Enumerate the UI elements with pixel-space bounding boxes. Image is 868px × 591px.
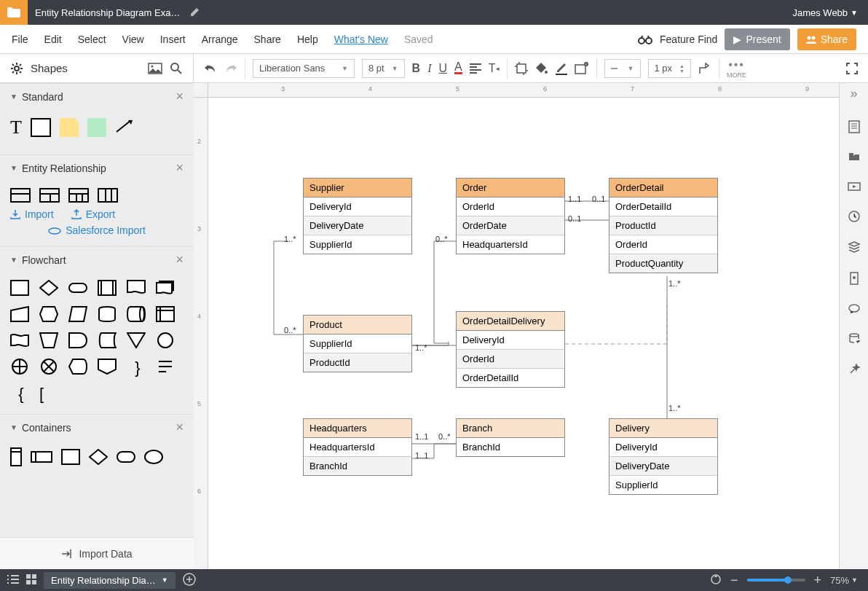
- menu-arrange[interactable]: Arrange: [202, 34, 238, 45]
- menu-whats-new[interactable]: What's New: [334, 34, 388, 45]
- zoom-in-icon[interactable]: +: [814, 573, 822, 588]
- note-shape[interactable]: [60, 118, 79, 137]
- chat-icon[interactable]: [848, 304, 860, 317]
- redo-icon[interactable]: [224, 63, 237, 74]
- flow-document[interactable]: [127, 280, 149, 299]
- rect-shape[interactable]: [31, 118, 51, 137]
- flow-predefined[interactable]: [98, 280, 119, 299]
- collapse-icon[interactable]: »: [850, 86, 857, 104]
- gear-icon[interactable]: [10, 62, 23, 75]
- text-format-icon[interactable]: T◂: [489, 62, 500, 75]
- list-view-icon[interactable]: [7, 575, 19, 586]
- text-shape[interactable]: T: [10, 117, 22, 138]
- entity-headquarters[interactable]: Headquarters HeadquartersId BranchId: [303, 418, 412, 476]
- fill-icon[interactable]: [535, 62, 548, 75]
- share-button[interactable]: Share: [797, 28, 856, 50]
- flow-database[interactable]: [98, 306, 119, 325]
- flow-process[interactable]: [10, 280, 29, 296]
- undo-icon[interactable]: [204, 63, 217, 74]
- edit-title-icon[interactable]: [190, 7, 200, 19]
- fullscreen-icon[interactable]: [846, 63, 858, 74]
- magic-icon[interactable]: [848, 364, 860, 378]
- align-icon[interactable]: [470, 63, 481, 74]
- er-shape-4[interactable]: [98, 188, 118, 203]
- menu-view[interactable]: View: [122, 34, 144, 45]
- entity-supplier[interactable]: Supplier DeliveryId DeliveryDate Supplie…: [303, 178, 412, 254]
- flow-data[interactable]: [68, 306, 90, 325]
- page-tab[interactable]: Entity Relationship Dia…▼: [44, 572, 175, 589]
- entity-product[interactable]: Product SupplierId ProductId: [303, 315, 412, 372]
- history-icon[interactable]: [848, 211, 860, 225]
- add-page-icon[interactable]: [183, 573, 196, 588]
- flow-brace-open[interactable]: {: [10, 385, 32, 404]
- block-shape[interactable]: [87, 118, 106, 137]
- text-color-icon[interactable]: A: [454, 62, 462, 74]
- present-button[interactable]: ▶ Present: [725, 28, 789, 50]
- container-3[interactable]: [61, 449, 80, 468]
- font-size-select[interactable]: 8 pt▼: [362, 59, 405, 78]
- flow-or[interactable]: [10, 359, 32, 377]
- zoom-slider[interactable]: [747, 579, 805, 582]
- zoom-level[interactable]: 75%▼: [830, 575, 858, 586]
- shape-options-icon[interactable]: [575, 62, 589, 75]
- image-icon[interactable]: [148, 63, 162, 74]
- line-width-select[interactable]: 1 px▲▼: [648, 59, 692, 78]
- flow-preparation[interactable]: [39, 306, 61, 325]
- page-icon[interactable]: [848, 120, 860, 136]
- entity-order[interactable]: Order OrderId OrderDate HeadquartersId: [456, 178, 565, 254]
- container-2[interactable]: [31, 451, 52, 466]
- salesforce-import-link[interactable]: Salesforce Import: [10, 224, 184, 236]
- flow-manual-input[interactable]: [10, 306, 32, 325]
- flow-brace-close[interactable]: }: [127, 359, 149, 377]
- binoculars-icon[interactable]: [638, 34, 652, 44]
- export-link[interactable]: Export: [71, 208, 115, 220]
- flow-delay[interactable]: [68, 332, 90, 351]
- er-shape-3[interactable]: [68, 188, 89, 203]
- er-shape-1[interactable]: [10, 188, 31, 203]
- import-link[interactable]: Import: [10, 208, 54, 220]
- canvas-area[interactable]: 3456789 234567: [194, 83, 839, 569]
- feature-find-label[interactable]: Feature Find: [660, 34, 717, 45]
- line-shape[interactable]: [115, 119, 134, 136]
- section-standard[interactable]: ▼Standard×: [0, 83, 194, 109]
- close-icon[interactable]: ×: [175, 420, 184, 435]
- close-icon[interactable]: ×: [175, 252, 184, 267]
- flow-merge[interactable]: [127, 332, 149, 351]
- container-6[interactable]: [144, 449, 163, 468]
- section-entity[interactable]: ▼Entity Relationship×: [0, 154, 194, 181]
- underline-icon[interactable]: U: [439, 62, 448, 75]
- import-data-button[interactable]: Import Data: [0, 537, 194, 569]
- flow-terminator[interactable]: [68, 280, 90, 299]
- italic-icon[interactable]: I: [427, 62, 431, 75]
- flow-sum[interactable]: [39, 359, 61, 377]
- container-5[interactable]: [117, 449, 135, 468]
- sync-icon[interactable]: [710, 574, 722, 587]
- flow-direct-data[interactable]: [127, 306, 149, 325]
- line-style-select[interactable]: ▼: [604, 59, 641, 78]
- comment-icon[interactable]: [848, 152, 860, 165]
- entity-branch[interactable]: Branch BranchId: [456, 418, 565, 457]
- close-icon[interactable]: ×: [175, 89, 184, 104]
- flow-paper-tape[interactable]: [10, 332, 32, 351]
- flow-internal-storage[interactable]: [156, 306, 178, 325]
- data-icon[interactable]: [848, 333, 860, 348]
- flow-decision[interactable]: [39, 280, 61, 299]
- grid-view-icon[interactable]: [26, 574, 36, 587]
- flow-manual-op[interactable]: [39, 332, 61, 351]
- zoom-out-icon[interactable]: −: [730, 573, 738, 588]
- bold-icon[interactable]: B: [412, 62, 421, 75]
- shape-crop-icon[interactable]: [515, 62, 528, 75]
- menu-share[interactable]: Share: [254, 34, 281, 45]
- line-routing-icon[interactable]: [698, 62, 711, 75]
- border-color-icon[interactable]: [556, 62, 567, 75]
- flow-bracket[interactable]: [: [39, 385, 61, 404]
- flow-connector[interactable]: [156, 332, 178, 351]
- container-1[interactable]: [10, 447, 22, 469]
- layers-icon[interactable]: [848, 241, 860, 256]
- menu-edit[interactable]: Edit: [44, 34, 62, 45]
- section-containers[interactable]: ▼Containers×: [0, 414, 194, 440]
- document-title[interactable]: Entity Relationship Diagram Exa…: [28, 7, 187, 18]
- folder-icon[interactable]: [0, 0, 28, 25]
- more-button[interactable]: ••• MORE: [727, 58, 746, 79]
- menu-insert[interactable]: Insert: [160, 34, 186, 45]
